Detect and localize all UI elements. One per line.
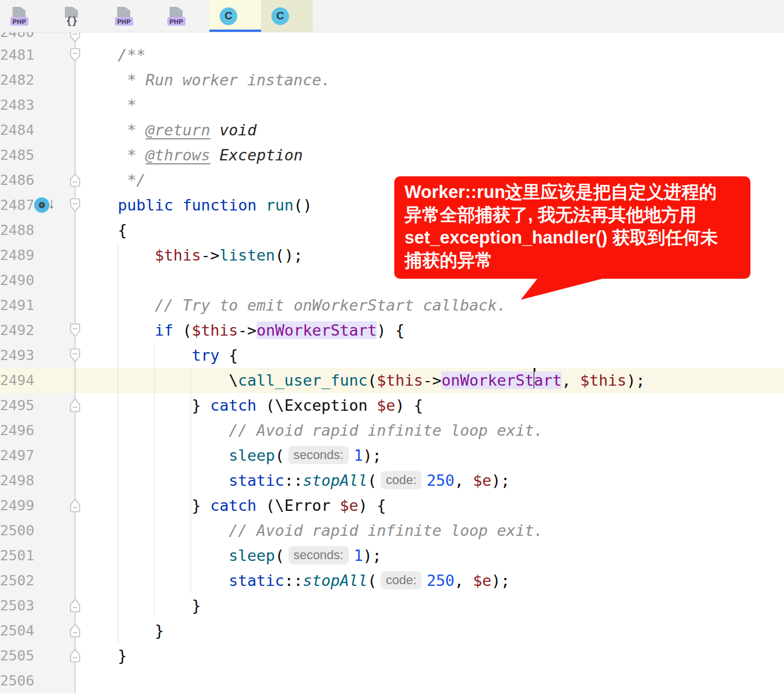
code-token <box>211 121 220 139</box>
fold-marker[interactable] <box>68 197 82 213</box>
fold-collapse-end-icon[interactable] <box>68 648 82 664</box>
code-line: 2483 * <box>0 93 784 118</box>
code-token <box>81 572 229 589</box>
code-token: // Avoid rapid infinite loop exit. <box>229 522 543 539</box>
code-text-area[interactable]: } catch (\Error $e) { <box>76 493 784 518</box>
code-token: (\Exception <box>257 396 377 414</box>
line-number: 2491 <box>0 293 32 318</box>
code-token: listen <box>220 246 275 264</box>
code-text-area[interactable]: static::stopAll(code:250, $e); <box>76 468 784 493</box>
code-text-area[interactable]: try { <box>76 343 784 368</box>
gutter: 2489 <box>0 243 76 268</box>
fold-marker[interactable] <box>68 47 82 63</box>
line-number: 2503 <box>0 593 32 618</box>
code-text-area[interactable]: } <box>76 618 784 643</box>
code-token: function <box>183 196 257 214</box>
tab-start-php[interactable]: PHP <box>157 0 209 32</box>
tab-worker-php[interactable]: C <box>209 0 261 32</box>
annotation-text-line: 异常全部捕获了, 我无法再其他地方用 <box>405 204 742 226</box>
fold-collapse-end-icon[interactable] <box>68 172 82 188</box>
code-text-area[interactable]: sleep(seconds:1); <box>76 543 784 568</box>
fold-collapse-start-icon[interactable] <box>68 323 82 338</box>
fold-marker[interactable] <box>68 32 82 43</box>
line-number: 2484 <box>0 118 32 143</box>
code-text-area[interactable]: * @return void <box>76 118 784 143</box>
gutter: 2492 <box>0 318 76 343</box>
code-text-area[interactable]: * Run worker instance. <box>76 68 784 93</box>
gutter: 2483 <box>0 93 76 118</box>
tab-server-php[interactable]: PHP <box>105 0 157 32</box>
line-number: 2488 <box>0 218 32 243</box>
line-number: 2490 <box>0 268 32 293</box>
code-text-area[interactable]: // Try to emit onWorkerStart callback. <box>76 293 784 318</box>
gutter: 2503 <box>0 593 76 618</box>
code-text-area[interactable]: /** <box>76 43 784 68</box>
code-token: sleep <box>229 447 275 464</box>
tab-support-app-php[interactable]: C <box>261 0 313 32</box>
fold-marker[interactable] <box>68 623 82 639</box>
code-token: /** <box>81 46 146 64</box>
fold-collapse-end-icon[interactable] <box>68 498 82 514</box>
fold-collapse-end-icon[interactable] <box>68 623 82 639</box>
annotation-bubble: Worker::run这里应该是把自定义进程的异常全部捕获了, 我无法再其他地方… <box>394 176 750 279</box>
fold-marker[interactable] <box>68 498 82 514</box>
indent-guide <box>118 243 118 643</box>
indent-guide <box>191 368 191 593</box>
fold-collapse-end-icon[interactable] <box>68 398 82 414</box>
fold-collapse-start-icon[interactable] <box>68 47 82 63</box>
gutter: 2500 <box>0 518 76 543</box>
code-token: static <box>229 472 284 489</box>
gutter: 2493 <box>0 343 76 368</box>
code-token: ); <box>492 472 510 489</box>
code-text-area[interactable] <box>76 668 784 693</box>
code-text-area[interactable]: } <box>76 643 784 668</box>
line-number: 2498 <box>0 468 32 493</box>
line-number: 2493 <box>0 343 32 368</box>
code-token: , <box>455 572 473 589</box>
fold-marker[interactable] <box>68 398 82 414</box>
tab-bootstrap-php[interactable]: PHP <box>0 0 52 32</box>
gutter: 2505 <box>0 643 76 668</box>
code-text-area[interactable]: \call_user_func($this->onWorkerStart, $t… <box>76 368 784 393</box>
fold-collapse-start-icon[interactable] <box>68 32 82 43</box>
code-token: ); <box>492 572 510 589</box>
code-text-area[interactable]: * <box>76 93 784 118</box>
code-text-area[interactable]: if ($this->onWorkerStart) { <box>76 318 784 343</box>
code-token: stopAll <box>303 472 368 489</box>
code-text-area[interactable]: } catch (\Exception $e) { <box>76 393 784 418</box>
code-text-area[interactable]: sleep(seconds:1); <box>76 443 784 468</box>
fold-marker[interactable] <box>68 172 82 188</box>
gutter: 2485 <box>0 143 76 168</box>
code-token: Exception <box>220 146 303 164</box>
code-token: $this <box>377 371 423 389</box>
code-token: static <box>229 572 284 589</box>
tab-composer-json[interactable]: {} <box>52 0 105 32</box>
fold-marker[interactable] <box>68 598 82 614</box>
fold-collapse-start-icon[interactable] <box>68 348 82 363</box>
code-text-area[interactable]: static::stopAll(code:250, $e); <box>76 568 784 593</box>
code-token: } <box>81 597 201 614</box>
code-line: 2505 } <box>0 643 784 668</box>
code-token <box>81 522 229 539</box>
fold-marker[interactable] <box>68 323 82 338</box>
code-token: void <box>220 121 257 139</box>
line-number: 2500 <box>0 518 32 543</box>
code-text-area[interactable]: * @throws Exception <box>76 143 784 168</box>
code-token: -> <box>238 321 257 339</box>
ide-window: PHP{}PHPPHPCC 2480 2481 /**2482 * Run wo… <box>0 0 784 694</box>
code-token: ); <box>363 447 382 464</box>
override-down-icon[interactable]: ↓ <box>34 197 64 214</box>
code-editor[interactable]: 2480 2481 /**2482 * Run worker instance.… <box>0 32 784 694</box>
fold-collapse-start-icon[interactable] <box>68 197 82 213</box>
code-token: * <box>81 146 146 164</box>
code-text-area[interactable]: // Avoid rapid infinite loop exit. <box>76 518 784 543</box>
fold-marker[interactable] <box>68 348 82 363</box>
parameter-hint: seconds: <box>288 546 349 564</box>
active-tab-underline <box>209 30 261 32</box>
code-text-area[interactable]: } <box>76 593 784 618</box>
code-text-area[interactable]: // Avoid rapid infinite loop exit. <box>76 418 784 443</box>
fold-collapse-end-icon[interactable] <box>68 598 82 614</box>
fold-marker[interactable] <box>68 648 82 664</box>
code-text-area[interactable] <box>76 32 784 43</box>
code-token: $e <box>377 396 395 414</box>
